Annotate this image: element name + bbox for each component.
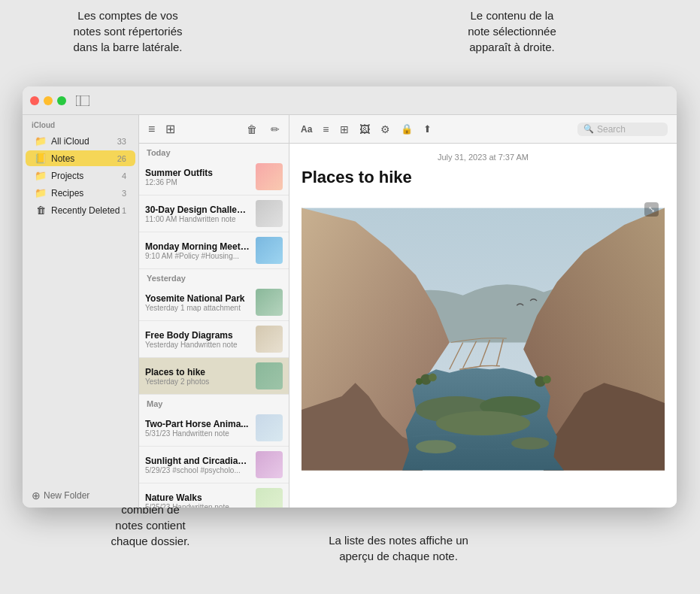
note-meta: 11:00 AM Handwritten note [145, 215, 250, 223]
note-item-horse-animation[interactable]: Two-Part Horse Anima... 5/31/23 Handwrit… [139, 410, 289, 447]
notes-list-panel: ≡ ⊞ 🗑 ✏ Today Summer Outfits 12:36 PM [139, 115, 289, 508]
note-timestamp: July 31, 2023 at 7:37 AM [302, 153, 665, 162]
sidebar-item-recipes[interactable]: 📁 Recipes 3 [26, 185, 135, 201]
svg-point-16 [543, 375, 551, 383]
app-window: iCloud 📁 All iCloud 33 📒 Notes 26 📁 Pr [23, 86, 677, 508]
sidebar-badge: 1 [122, 206, 126, 215]
sidebar-section-icloud: iCloud [23, 115, 138, 132]
note-item-places-to-hike[interactable]: Places to hike Yesterday 2 photos [139, 358, 289, 395]
minimize-button[interactable] [44, 96, 53, 105]
sidebar-badge: 4 [122, 171, 126, 180]
grid-view-button[interactable]: ⊞ [162, 120, 178, 138]
sidebar-item-label: Recipes [51, 188, 83, 199]
note-thumbnail [256, 163, 283, 190]
svg-point-14 [416, 378, 423, 385]
sidebar-toggle-button[interactable] [75, 93, 90, 108]
note-item-summer-outfits[interactable]: Summer Outfits 12:36 PM [139, 159, 289, 195]
note-meta: Yesterday 1 map attachment [145, 304, 250, 312]
sidebar-badge: 26 [117, 154, 126, 163]
note-title: Free Body Diagrams [145, 330, 250, 341]
note-thumbnail [256, 237, 283, 264]
note-title: Yosemite National Park [145, 293, 250, 304]
note-meta: 12:36 PM [145, 178, 250, 186]
note-thumbnail [256, 451, 283, 478]
sidebar-badge: 3 [122, 189, 126, 198]
sidebar-item-notes[interactable]: 📒 Notes 26 [26, 150, 135, 166]
notes-icon: 📒 [35, 153, 47, 164]
annotation-top-right: Le contenu de la note sélectionnée appar… [437, 8, 587, 55]
note-detail-title: Places to hike [302, 168, 665, 187]
lock-button[interactable]: 🔒 [398, 122, 415, 136]
notes-list-toolbar: ≡ ⊞ 🗑 ✏ [139, 115, 289, 144]
notes-list: Today Summer Outfits 12:36 PM 30-Day Des… [139, 144, 289, 508]
detail-toolbar: Aa ≡ ⊞ 🖼 ⚙ 🔒 ⬆ 🔍 Search [289, 115, 677, 144]
plus-icon: ⊕ [32, 489, 41, 502]
app-body: iCloud 📁 All iCloud 33 📒 Notes 26 📁 Pr [23, 115, 677, 508]
note-thumbnail [256, 488, 283, 508]
note-title: Monday Morning Meeting [145, 241, 250, 252]
table-button[interactable]: ⊞ [338, 122, 351, 137]
svg-point-7 [511, 438, 549, 450]
trash-icon: 🗑 [35, 205, 47, 216]
share-button[interactable]: ⬆ [421, 122, 434, 136]
sidebar-item-projects[interactable]: 📁 Projects 4 [26, 168, 135, 183]
sidebar-item-label: Notes [51, 153, 74, 164]
detail-content: July 31, 2023 at 7:37 AM Places to hike [289, 144, 677, 508]
note-meta: 5/31/23 Handwritten note [145, 429, 250, 438]
expand-icon[interactable]: ⤡ [644, 202, 659, 217]
note-detail-panel: Aa ≡ ⊞ 🖼 ⚙ 🔒 ⬆ 🔍 Search July 31, 2023 at… [289, 115, 677, 508]
sidebar: iCloud 📁 All iCloud 33 📒 Notes 26 📁 Pr [23, 115, 139, 508]
note-title: Two-Part Horse Anima... [145, 419, 250, 429]
annotation-top-left: Les comptes de vos notes sont répertorié… [45, 8, 211, 55]
note-item-nature-walks[interactable]: Nature Walks 5/25/23 Handwritten note [139, 483, 289, 508]
search-box[interactable]: 🔍 Search [577, 123, 668, 136]
folder-icon: 📁 [35, 187, 47, 199]
link-button[interactable]: ⚙ [378, 122, 392, 137]
note-meta: Yesterday 2 photos [145, 377, 250, 386]
new-folder-button[interactable]: ⊕ New Folder [23, 483, 138, 508]
svg-point-5 [436, 411, 530, 435]
sidebar-item-all-icloud[interactable]: 📁 All iCloud 33 [26, 133, 135, 149]
note-item-sunlight[interactable]: Sunlight and Circadian... 5/29/23 #schoo… [139, 447, 289, 483]
svg-point-13 [429, 374, 437, 382]
folder-icon: 📁 [35, 170, 47, 181]
note-meta: 9:10 AM #Policy #Housing... [145, 252, 250, 260]
sidebar-item-label: Projects [51, 171, 83, 181]
note-item-body-diagrams[interactable]: Free Body Diagrams Yesterday Handwritten… [139, 321, 289, 358]
sidebar-badge: 33 [117, 137, 126, 146]
search-placeholder: Search [597, 124, 626, 135]
delete-button[interactable]: 🗑 [244, 122, 260, 137]
list-view-button[interactable]: ≡ [145, 121, 158, 138]
search-icon: 🔍 [583, 124, 594, 134]
list-button[interactable]: ≡ [320, 122, 331, 137]
section-header-today: Today [139, 144, 289, 159]
svg-point-6 [416, 440, 456, 453]
svg-rect-0 [76, 95, 89, 106]
note-item-yosemite[interactable]: Yosemite National Park Yesterday 1 map a… [139, 284, 289, 321]
note-title: Places to hike [145, 367, 250, 377]
sidebar-item-label: Recently Deleted [51, 205, 120, 216]
section-header-yesterday: Yesterday [139, 269, 289, 284]
maximize-button[interactable] [57, 96, 66, 105]
note-image: ⤡ [302, 196, 665, 482]
close-button[interactable] [30, 96, 39, 105]
note-title: 30-Day Design Challen... [145, 205, 250, 215]
annotation-bottom-right: La liste des notes affiche un aperçu de … [278, 532, 519, 564]
note-meta: 5/29/23 #school #psycholo... [145, 466, 250, 474]
sidebar-item-recently-deleted[interactable]: 🗑 Recently Deleted 1 [26, 202, 135, 218]
note-thumbnail [256, 200, 283, 227]
note-meta: Yesterday Handwritten note [145, 341, 250, 349]
sidebar-item-label: All iCloud [51, 136, 89, 147]
font-button[interactable]: Aa [298, 123, 314, 136]
note-meta: 5/25/23 Handwritten note [145, 503, 250, 508]
image-button[interactable]: 🖼 [357, 122, 372, 137]
note-title: Summer Outfits [145, 168, 250, 178]
note-item-design-challenge[interactable]: 30-Day Design Challen... 11:00 AM Handwr… [139, 195, 289, 232]
note-thumbnail [256, 362, 283, 389]
compose-button[interactable]: ✏ [268, 122, 283, 137]
note-item-monday-meeting[interactable]: Monday Morning Meeting 9:10 AM #Policy #… [139, 232, 289, 269]
note-thumbnail [256, 326, 283, 353]
folder-icon: 📁 [35, 135, 47, 147]
new-folder-label: New Folder [44, 490, 89, 501]
section-header-may: May [139, 395, 289, 410]
